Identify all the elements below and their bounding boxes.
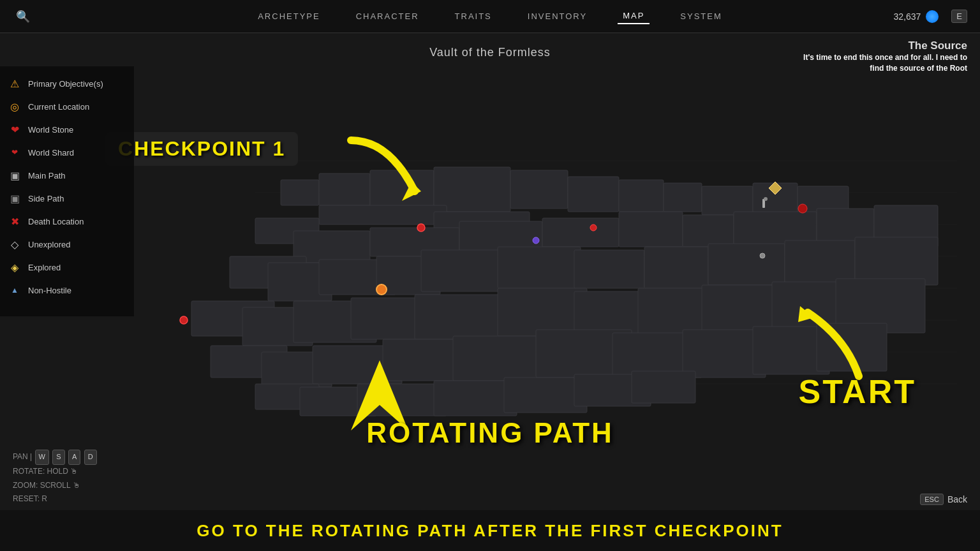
checkpoint1-arrow bbox=[338, 128, 427, 213]
svg-rect-7 bbox=[619, 180, 664, 212]
quest-info-panel: The Source It's time to end this once an… bbox=[801, 40, 967, 74]
top-navigation: 🔍 ARCHETYPE CHARACTER TRAITS INVENTORY M… bbox=[0, 0, 980, 33]
svg-rect-28 bbox=[421, 250, 504, 291]
currency-value: 32,637 bbox=[894, 11, 921, 22]
side-path-icon: ▣ bbox=[8, 191, 22, 205]
svg-rect-40 bbox=[498, 288, 587, 336]
svg-point-78 bbox=[764, 197, 768, 201]
map-legend: ⚠ Primary Objective(s) ◎ Current Locatio… bbox=[0, 66, 134, 316]
key-s: S bbox=[52, 450, 64, 465]
svg-point-75 bbox=[590, 224, 597, 231]
legend-main-path-label: Main Path bbox=[28, 171, 66, 180]
subtitle-text: GO TO THE ROTATING PATH AFTER THE FIRST … bbox=[197, 521, 783, 541]
svg-rect-20 bbox=[683, 215, 734, 247]
zoom-control: ZOOM: SCROLL 🖱 bbox=[13, 479, 98, 493]
back-button[interactable]: ESC Back bbox=[920, 494, 967, 505]
nav-inventory[interactable]: INVENTORY bbox=[523, 9, 592, 24]
non-hostile-icon: ▲ bbox=[8, 283, 22, 297]
reset-control: RESET: R bbox=[13, 492, 98, 506]
death-location-icon: ✖ bbox=[8, 214, 22, 228]
legend-death-location-label: Death Location bbox=[28, 217, 84, 226]
map-area: Vault of the Formless The Source It's ti… bbox=[0, 33, 980, 551]
nav-currency-area: 32,637 E bbox=[894, 10, 968, 23]
legend-side-path: ▣ Side Path bbox=[8, 191, 126, 205]
legend-primary-objective: ⚠ Primary Objective(s) bbox=[8, 77, 126, 91]
main-path-icon: ▣ bbox=[8, 168, 22, 182]
back-label: Back bbox=[947, 494, 967, 504]
legend-explored: ◈ Explored bbox=[8, 260, 126, 274]
legend-current-location-label: Current Location bbox=[28, 102, 89, 112]
svg-rect-50 bbox=[453, 336, 549, 381]
legend-side-path-label: Side Path bbox=[28, 194, 64, 203]
svg-rect-8 bbox=[664, 183, 702, 212]
legend-world-stone-label: World Stone bbox=[28, 125, 73, 135]
svg-rect-62 bbox=[632, 371, 695, 403]
key-w: W bbox=[35, 450, 49, 465]
nav-archetype[interactable]: ARCHETYPE bbox=[253, 9, 325, 24]
legend-non-hostile: ▲ Non-Hostile bbox=[8, 283, 126, 297]
svg-rect-33 bbox=[785, 240, 855, 285]
key-a: A bbox=[68, 450, 80, 465]
world-shard-icon: ❤ bbox=[8, 145, 22, 159]
svg-point-79 bbox=[798, 204, 807, 213]
explored-icon: ◈ bbox=[8, 260, 22, 274]
legend-explored-label: Explored bbox=[28, 263, 61, 272]
map-svg[interactable] bbox=[0, 33, 980, 551]
legend-main-path: ▣ Main Path bbox=[8, 168, 126, 182]
svg-rect-30 bbox=[574, 250, 644, 288]
nav-system[interactable]: SYSTEM bbox=[675, 9, 727, 24]
controls-hint: PAN | W S A D ROTATE: HOLD 🖱 ZOOM: SCROL… bbox=[13, 450, 98, 506]
rotating-path-label: ROTATING PATH bbox=[366, 417, 614, 449]
currency-icon bbox=[926, 10, 939, 23]
svg-rect-19 bbox=[619, 212, 683, 247]
nav-character[interactable]: CHARACTER bbox=[351, 9, 424, 24]
svg-rect-4 bbox=[434, 167, 510, 212]
svg-rect-39 bbox=[415, 295, 504, 339]
start-label: START bbox=[799, 372, 916, 411]
current-location-icon: ◎ bbox=[8, 99, 22, 114]
checkpoint1-label: CHECKPOINT 1 bbox=[105, 132, 298, 166]
unexplored-icon: ◇ bbox=[8, 237, 22, 251]
key-d: D bbox=[84, 450, 97, 465]
legend-death-location: ✖ Death Location bbox=[8, 214, 126, 228]
svg-rect-31 bbox=[644, 247, 708, 288]
rotate-control: ROTATE: HOLD 🖱 bbox=[13, 465, 98, 479]
svg-rect-34 bbox=[855, 237, 938, 285]
legend-world-stone: ❤ World Stone bbox=[8, 122, 126, 136]
svg-point-71 bbox=[417, 224, 425, 231]
svg-rect-5 bbox=[510, 170, 568, 209]
pan-control: PAN | W S A D bbox=[13, 450, 98, 465]
legend-world-shard-label: World Shard bbox=[28, 148, 74, 158]
legend-world-shard: ❤ World Shard bbox=[8, 145, 126, 159]
svg-point-72 bbox=[533, 237, 539, 244]
subtitle-bar: GO TO THE ROTATING PATH AFTER THE FIRST … bbox=[0, 510, 980, 551]
esc-badge: ESC bbox=[920, 494, 944, 505]
svg-marker-81 bbox=[402, 182, 421, 201]
legend-unexplored-label: Unexplored bbox=[28, 240, 71, 249]
legend-non-hostile-label: Non-Hostile bbox=[28, 286, 71, 295]
svg-rect-18 bbox=[542, 218, 619, 247]
world-stone-icon: ❤ bbox=[8, 122, 22, 136]
quest-title: The Source bbox=[801, 40, 967, 52]
svg-point-80 bbox=[760, 253, 765, 258]
quest-highlight: find the source of the Root bbox=[870, 64, 967, 73]
svg-point-74 bbox=[180, 316, 188, 324]
profile-button[interactable]: E bbox=[951, 10, 967, 23]
primary-objective-icon: ⚠ bbox=[8, 77, 22, 91]
svg-rect-29 bbox=[498, 247, 581, 288]
nav-traits[interactable]: TRAITS bbox=[450, 9, 497, 24]
map-title: Vault of the Formless bbox=[429, 46, 551, 59]
svg-point-73 bbox=[376, 284, 387, 295]
legend-current-location: ◎ Current Location bbox=[8, 99, 126, 114]
legend-unexplored: ◇ Unexplored bbox=[8, 237, 126, 251]
svg-rect-32 bbox=[708, 244, 785, 285]
search-button[interactable]: 🔍 bbox=[13, 6, 33, 27]
svg-rect-6 bbox=[568, 177, 619, 212]
nav-map[interactable]: MAP bbox=[618, 8, 650, 24]
legend-primary-objective-label: Primary Objective(s) bbox=[28, 79, 103, 89]
quest-description: It's time to end this once and for all. … bbox=[801, 52, 967, 74]
svg-rect-9 bbox=[702, 186, 753, 215]
